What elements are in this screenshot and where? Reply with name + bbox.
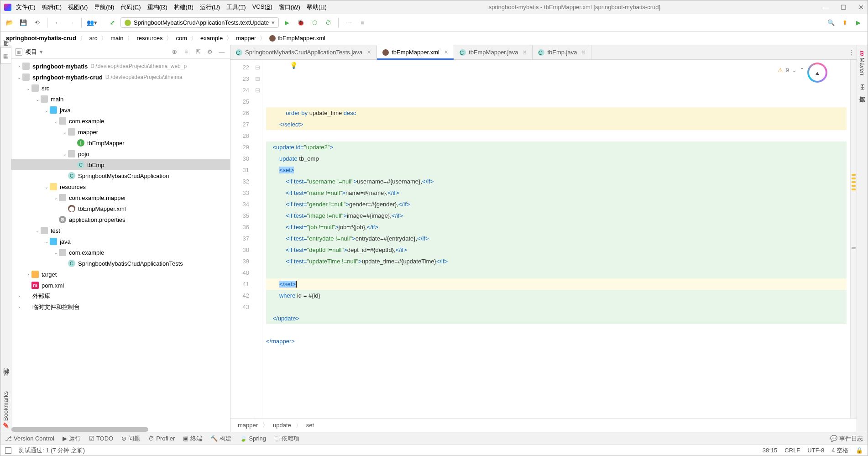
menu-item[interactable]: 编辑(E) bbox=[42, 3, 62, 11]
tree-row[interactable]: CtbEmp bbox=[11, 159, 230, 170]
stop-icon[interactable]: ■ bbox=[357, 17, 368, 28]
code-line[interactable]: <if test="gender !=null">gender=#{gender… bbox=[266, 199, 847, 210]
breadcrumb-item[interactable]: com bbox=[176, 35, 187, 42]
tree-row[interactable]: ⌄com.example.mapper bbox=[11, 192, 230, 203]
code-line[interactable] bbox=[266, 324, 847, 335]
tree-row[interactable]: ›临时文件和控制台 bbox=[11, 302, 230, 313]
menu-item[interactable]: 窗口(W) bbox=[279, 3, 300, 11]
forward-icon[interactable]: → bbox=[66, 17, 77, 28]
hide-icon[interactable]: — bbox=[217, 47, 226, 57]
tree-row[interactable]: CSpringbootMybatisCrudApplication bbox=[11, 170, 230, 181]
search-icon[interactable]: 🔍 bbox=[826, 17, 837, 28]
code-line[interactable]: <if test="updateTime !=null">update_time… bbox=[266, 256, 847, 267]
menu-item[interactable]: 运行(U) bbox=[200, 3, 220, 11]
code-area[interactable]: ⟁ ⚠9 ⌄ ⌃ order by update_time desc </sel… bbox=[262, 60, 850, 418]
attach-icon[interactable]: ⋯ bbox=[343, 17, 354, 28]
tabs-menu-icon[interactable]: ⋮ bbox=[846, 45, 857, 59]
bookmarks-tool-tab[interactable]: 🔖 Bookmarks bbox=[1, 388, 10, 432]
event-log-button[interactable]: 💬 事件日志 bbox=[830, 435, 863, 443]
tree-row[interactable]: ⌄test bbox=[11, 225, 230, 236]
settings-icon[interactable]: ⚙ bbox=[205, 47, 214, 57]
menu-item[interactable]: 帮助(H) bbox=[307, 3, 327, 11]
tree-row[interactable]: ⌄com.example bbox=[11, 247, 230, 258]
tab-close-icon[interactable]: ✕ bbox=[444, 49, 448, 55]
breadcrumb-item[interactable]: mapper bbox=[236, 35, 256, 42]
status-box-icon[interactable] bbox=[5, 447, 11, 454]
coverage-icon[interactable]: ⬡ bbox=[309, 17, 320, 28]
bottom-tool-依赖项[interactable]: ⬚ 依赖项 bbox=[274, 435, 299, 443]
code-line[interactable] bbox=[266, 130, 847, 142]
tree-row[interactable]: ⌄resources bbox=[11, 181, 230, 192]
tree-row[interactable]: ›target bbox=[11, 269, 230, 280]
breadcrumb-item[interactable]: main bbox=[110, 35, 123, 42]
tree-row[interactable]: ⌄com.example bbox=[11, 115, 230, 126]
code-crumb-item[interactable]: mapper bbox=[238, 422, 258, 429]
code-line[interactable] bbox=[266, 267, 847, 278]
code-line[interactable]: <update id="update2"> bbox=[266, 142, 847, 153]
bottom-tool-todo[interactable]: ☑ TODO bbox=[89, 435, 113, 442]
status-eol[interactable]: CRLF bbox=[784, 447, 800, 454]
code-crumb-item[interactable]: update bbox=[273, 422, 291, 429]
bottom-tool-profiler[interactable]: ⏱ Profiler bbox=[148, 435, 175, 442]
users-icon[interactable]: 👥▾ bbox=[86, 17, 97, 28]
database-tool-tab[interactable]: 🗄 数据库 bbox=[858, 83, 868, 94]
code-line[interactable]: order by update_time desc bbox=[266, 107, 847, 119]
editor-tab[interactable]: CSpringbootMybatisCrudApplicationTests.j… bbox=[230, 45, 377, 59]
code-crumb-item[interactable]: set bbox=[306, 422, 314, 429]
close-button[interactable]: ✕ bbox=[858, 4, 864, 11]
code-line[interactable]: <if test="deptId !=null">dept_id=#{deptI… bbox=[266, 244, 847, 256]
code-line[interactable]: 💡 </set> bbox=[266, 278, 847, 290]
bottom-tool-终端[interactable]: ▣ 终端 bbox=[183, 435, 202, 443]
tab-close-icon[interactable]: ✕ bbox=[367, 49, 371, 55]
breadcrumb-item[interactable]: resources bbox=[136, 35, 162, 42]
maven-tool-tab[interactable]: m Maven bbox=[858, 49, 867, 77]
tree-row[interactable]: ⬤tbEmpMapper.xml bbox=[11, 203, 230, 214]
expand-icon[interactable]: ≡ bbox=[182, 47, 191, 57]
status-enc[interactable]: UTF-8 bbox=[807, 447, 824, 454]
menu-item[interactable]: 构建(B) bbox=[174, 3, 193, 11]
code-line[interactable]: </update> bbox=[266, 313, 847, 324]
project-tool-tab[interactable]: ▦ 项目 bbox=[0, 47, 11, 63]
tree-row[interactable]: CSpringbootMybatisCrudApplicationTests bbox=[11, 258, 230, 269]
code-line[interactable]: <if test="image !=null">image=#{image},<… bbox=[266, 210, 847, 221]
ai-assistant-orb[interactable]: ⟁ bbox=[807, 63, 827, 83]
tree-row[interactable]: ⌄mapper bbox=[11, 126, 230, 137]
tree-row[interactable]: ⌄java bbox=[11, 236, 230, 247]
tree-row[interactable]: ⚙application.properties bbox=[11, 214, 230, 225]
status-lock-icon[interactable]: 🔒 bbox=[856, 447, 863, 454]
save-icon[interactable]: 💾 bbox=[18, 17, 29, 28]
code-line[interactable]: where id = #{id} bbox=[266, 290, 847, 301]
locate-icon[interactable]: ⊕ bbox=[170, 47, 179, 57]
tree-row[interactable]: ⌄java bbox=[11, 105, 230, 115]
debug-icon[interactable]: 🐞 bbox=[295, 17, 306, 28]
editor-scrollbar[interactable] bbox=[850, 60, 857, 418]
menu-item[interactable]: 代码(C) bbox=[120, 3, 141, 11]
breadcrumb-item[interactable]: example bbox=[200, 35, 223, 42]
tab-close-icon[interactable]: ✕ bbox=[523, 49, 527, 55]
tree-row[interactable]: ›springboot-mybatisD:\devleop\ideaProjec… bbox=[11, 61, 230, 72]
maximize-button[interactable]: ☐ bbox=[841, 4, 847, 11]
menu-item[interactable]: 重构(R) bbox=[147, 3, 167, 11]
editor-tab[interactable]: CtbEmpMapper.java✕ bbox=[454, 45, 533, 59]
tree-row[interactable]: ⌄main bbox=[11, 94, 230, 105]
code-line[interactable]: <if test="username !=null">username=#{us… bbox=[266, 176, 847, 187]
tree-row[interactable]: ⌄springboot-mybatis-crudD:\devleop\ideaP… bbox=[11, 72, 230, 83]
minimize-button[interactable]: — bbox=[822, 4, 829, 11]
open-icon[interactable]: 📂 bbox=[4, 17, 15, 28]
back-icon[interactable]: ← bbox=[52, 17, 63, 28]
run-config-selector[interactable]: SpringbootMybatisCrudApplicationTests.te… bbox=[120, 17, 279, 28]
horizontal-scrollbar[interactable] bbox=[11, 427, 148, 432]
bottom-tool-version-control[interactable]: ⎇ Version Control bbox=[5, 435, 54, 442]
code-breadcrumb[interactable]: mapper〉update〉set bbox=[230, 418, 857, 432]
project-view-icon[interactable]: ▦ bbox=[15, 48, 22, 56]
tab-close-icon[interactable]: ✕ bbox=[581, 49, 586, 55]
menu-item[interactable]: 导航(N) bbox=[94, 3, 114, 11]
fold-gutter[interactable]: ⊟⊟⊟ bbox=[253, 60, 262, 418]
menu-item[interactable]: 视图(V) bbox=[68, 3, 88, 11]
bottom-tool-构建[interactable]: 🔨 构建 bbox=[210, 435, 231, 443]
project-tree[interactable]: ›springboot-mybatisD:\devleop\ideaProjec… bbox=[11, 59, 230, 432]
bottom-tool-运行[interactable]: ▶ 运行 bbox=[63, 435, 81, 443]
code-line[interactable]: update tb_emp bbox=[266, 153, 847, 164]
code-line[interactable]: <if test="entrydate !=null">entrydate=#{… bbox=[266, 233, 847, 244]
tree-row[interactable]: ⌄src bbox=[11, 83, 230, 94]
